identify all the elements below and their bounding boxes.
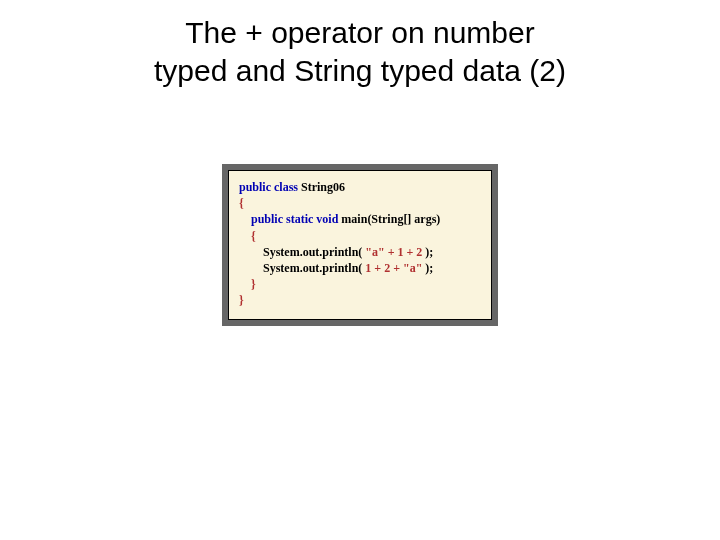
title-line-1: The + operator on number: [185, 16, 534, 49]
indent: [239, 229, 251, 243]
stmt-call: System.out.println(: [263, 261, 362, 275]
kw-class: class: [274, 180, 298, 194]
brace-open: {: [239, 196, 244, 210]
slide: The + operator on number typed and Strin…: [0, 0, 720, 540]
brace-open: {: [251, 229, 256, 243]
plus-op: +: [388, 245, 395, 259]
brace-close: }: [251, 277, 256, 291]
stmt-end: );: [425, 245, 433, 259]
method-name: main: [341, 212, 367, 226]
number-literal: 2: [384, 261, 390, 275]
kw-public: public: [239, 180, 271, 194]
number-literal: 1: [398, 245, 404, 259]
code-frame: public class String06 { public static vo…: [222, 164, 498, 326]
plus-op: +: [374, 261, 381, 275]
indent: [239, 212, 251, 226]
kw-public: public: [251, 212, 283, 226]
stmt-end: );: [425, 261, 433, 275]
slide-title: The + operator on number typed and Strin…: [0, 0, 720, 89]
plus-op: +: [407, 245, 414, 259]
string-literal: "a": [365, 245, 384, 259]
string-literal: "a": [403, 261, 422, 275]
plus-op: +: [393, 261, 400, 275]
brace-close: }: [239, 293, 244, 307]
class-name: String06: [301, 180, 345, 194]
code-block: public class String06 { public static vo…: [228, 170, 492, 320]
number-literal: 1: [365, 261, 371, 275]
stmt-call: System.out.println(: [263, 245, 362, 259]
title-line-2: typed and String typed data (2): [154, 54, 566, 87]
kw-static: static: [286, 212, 313, 226]
indent: [239, 261, 263, 275]
indent: [239, 277, 251, 291]
kw-void: void: [316, 212, 338, 226]
indent: [239, 245, 263, 259]
method-params: (String[] args): [367, 212, 440, 226]
